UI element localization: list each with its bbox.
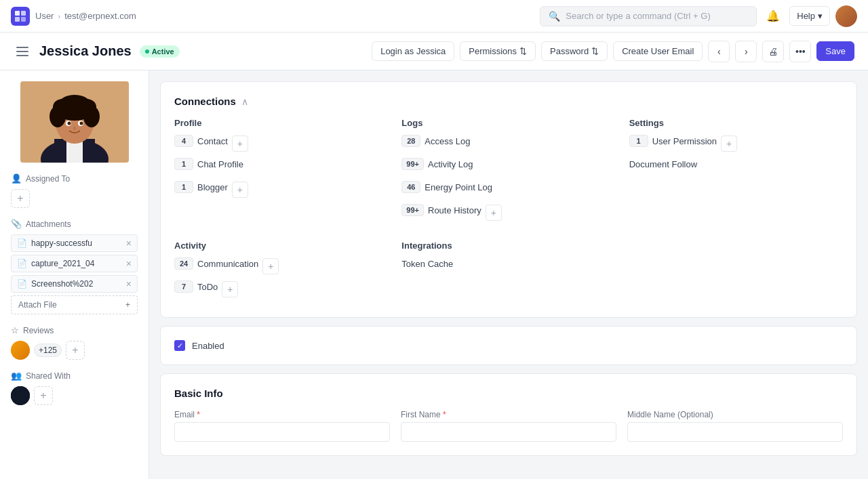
create-user-email-button[interactable]: Create User Email (613, 41, 703, 61)
print-button[interactable]: 🖨 (762, 41, 784, 62)
prev-button[interactable]: ‹ (708, 41, 730, 62)
profile-title: Profile (174, 118, 388, 128)
person-icon: 👤 (11, 173, 22, 184)
sidebar-toggle[interactable] (14, 44, 31, 59)
assigned-to-label: 👤 Assigned To (11, 173, 138, 184)
document-follow-link[interactable]: Document Follow (629, 158, 697, 171)
access-log-link[interactable]: 28 Access Log (401, 135, 470, 147)
first-name-required: * (443, 410, 446, 419)
attachment-item: 📄 happy-successfu × (11, 234, 138, 252)
remove-attachment-2[interactable]: × (126, 278, 132, 289)
chat-profile-link[interactable]: 1 Chat Profile (174, 158, 243, 170)
page-title: Jessica Jones (39, 43, 132, 59)
shared-row: + (11, 386, 138, 405)
breadcrumb-email[interactable]: test@erpnext.com (64, 11, 136, 21)
review-count: +125 (34, 343, 62, 357)
todo-link[interactable]: 7 ToDo (174, 280, 218, 293)
attach-file-button[interactable]: Attach File + (11, 295, 138, 314)
breadcrumb: User › test@erpnext.com (35, 11, 136, 21)
connections-header: Connections ∧ (174, 96, 843, 107)
basic-info-form: Email * First Name * Middle Name (Option… (174, 410, 843, 442)
remove-attachment-1[interactable]: × (126, 258, 132, 269)
basic-info-title: Basic Info (174, 388, 843, 399)
breadcrumb-user[interactable]: User (35, 11, 54, 21)
global-search[interactable]: 🔍 Search or type a command (Ctrl + G) (540, 6, 757, 26)
add-route-history-button[interactable]: + (486, 205, 502, 221)
access-log-row: 28 Access Log (401, 135, 615, 152)
middle-name-label: Middle Name (Optional) (627, 410, 843, 419)
sidebar: 👤 Assigned To + 📎 Attachments 📄 happy-su… (0, 70, 149, 479)
password-chevron-icon: ⇅ (591, 46, 599, 56)
plus-icon: + (125, 300, 130, 310)
search-icon: 🔍 (549, 11, 560, 22)
integrations-title: Integrations (401, 241, 615, 251)
add-blogger-button[interactable]: + (232, 182, 248, 198)
token-cache-link[interactable]: Token Cache (401, 257, 453, 270)
login-as-jessica-button[interactable]: Login as Jessica (372, 41, 454, 61)
first-name-input[interactable] (401, 422, 616, 442)
add-review-button[interactable]: + (66, 341, 85, 360)
middle-name-field: Middle Name (Optional) (627, 410, 843, 442)
add-assigned-to-button[interactable]: + (11, 189, 30, 208)
email-input[interactable] (174, 422, 390, 442)
collapse-connections-icon[interactable]: ∧ (241, 96, 248, 107)
notification-bell[interactable]: 🔔 (762, 5, 784, 27)
email-required: * (197, 410, 200, 419)
save-button[interactable]: Save (816, 41, 854, 61)
reviews-row: +125 + (11, 341, 138, 360)
header-actions: Login as Jessica Permissions ⇅ Password … (372, 41, 854, 62)
app-logo[interactable] (11, 7, 30, 26)
route-history-row: 99+ Route History + (401, 204, 615, 222)
user-avatar[interactable] (835, 5, 857, 27)
email-field: Email * (174, 410, 390, 442)
permissions-button[interactable]: Permissions ⇅ (460, 41, 536, 61)
communication-link[interactable]: 24 Communication (174, 257, 258, 270)
contact-link[interactable]: 4 Contact (174, 135, 228, 147)
reviews-section: ☆ Reviews +125 + (11, 325, 138, 360)
status-dot (145, 49, 149, 54)
connections-title: Connections (174, 96, 236, 107)
energy-point-log-link[interactable]: 46 Energy Point Log (401, 181, 492, 193)
connections-grid: Profile 4 Contact + 1 Chat Profile (174, 118, 843, 227)
basic-info-card: Basic Info Email * First Name * (160, 373, 857, 456)
add-contact-button[interactable]: + (232, 136, 248, 152)
more-options-button[interactable]: ••• (789, 41, 811, 62)
route-history-link[interactable]: 99+ Route History (401, 204, 481, 216)
user-permission-row: 1 User Permission + (629, 135, 843, 152)
permissions-chevron-icon: ⇅ (519, 46, 527, 56)
search-placeholder: Search or type a command (Ctrl + G) (566, 11, 711, 21)
blogger-row: 1 Blogger + (174, 181, 388, 199)
add-communication-button[interactable]: + (262, 258, 279, 274)
activity-log-link[interactable]: 99+ Activity Log (401, 158, 473, 170)
status-badge: Active (140, 45, 180, 58)
activity-integrations-grid: Activity 24 Communication + 7 ToDo (174, 241, 843, 304)
add-user-permission-button[interactable]: + (721, 136, 737, 152)
top-nav: User › test@erpnext.com 🔍 Search or type… (0, 0, 868, 33)
user-permission-link[interactable]: 1 User Permission (629, 135, 717, 147)
remove-attachment-0[interactable]: × (126, 238, 132, 249)
breadcrumb-chevron-1: › (58, 12, 60, 20)
shared-with-label: 👥 Shared With (11, 371, 138, 381)
file-icon: 📄 (17, 238, 27, 248)
todo-row: 7 ToDo + (174, 280, 388, 298)
blogger-link[interactable]: 1 Blogger (174, 181, 228, 193)
add-shared-button[interactable]: + (34, 386, 53, 405)
middle-name-input[interactable] (627, 422, 843, 442)
activity-log-row: 99+ Activity Log (401, 158, 615, 175)
svg-rect-1 (21, 11, 26, 16)
help-button[interactable]: Help ▾ (789, 6, 830, 26)
password-button[interactable]: Password ⇅ (541, 41, 608, 61)
attachment-item: 📄 Screenshot%202 × (11, 275, 138, 293)
add-todo-button[interactable]: + (222, 281, 238, 297)
first-name-label: First Name * (401, 410, 616, 419)
next-button[interactable]: › (735, 41, 757, 62)
document-follow-row: Document Follow (629, 158, 843, 171)
star-icon: ☆ (11, 325, 19, 335)
enabled-checkbox[interactable]: ✓ (174, 340, 185, 351)
connections-card: Connections ∧ Profile 4 Contact + (160, 81, 857, 318)
logs-section: Logs 28 Access Log 99+ Activity Log (401, 118, 615, 227)
enabled-row: ✓ Enabled (174, 340, 843, 351)
nav-actions: 🔔 Help ▾ (762, 5, 857, 27)
empty-col (629, 241, 843, 304)
svg-point-15 (60, 95, 90, 111)
